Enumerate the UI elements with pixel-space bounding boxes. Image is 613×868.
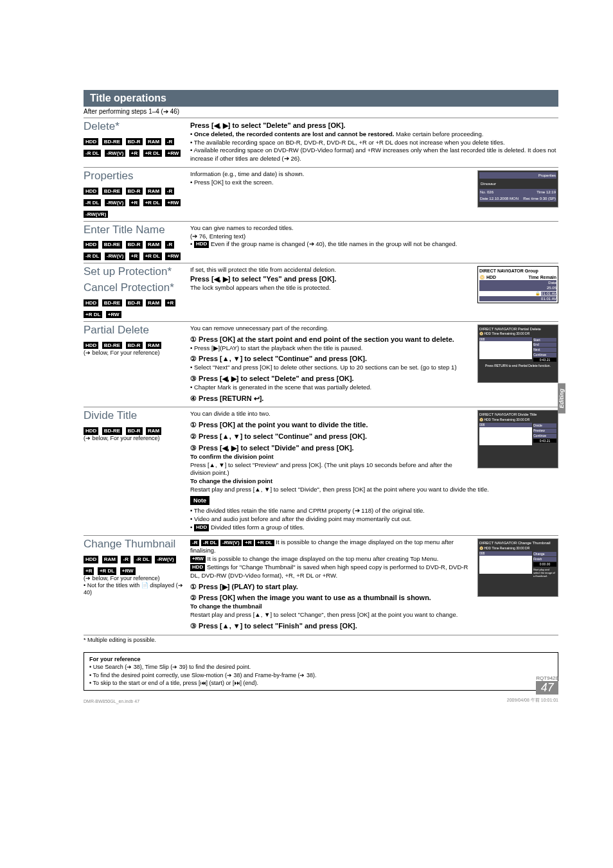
enter-title-line: • HDD Even if the group name is changed … [190,240,558,249]
cancel-protection-title: Cancel Protection* [84,282,185,294]
badge: +R [84,567,94,575]
divide-sub: (➔ below, For your reference) [84,435,185,442]
badge: HDD [84,188,98,195]
badge: BD-RE [102,188,122,195]
badge: BD-RE [102,299,122,307]
properties-badges: HDD BD-RE BD-R RAM -R -R DL -RW(V) +R +R… [84,184,185,218]
divide-change-heading: To change the division point [190,477,558,486]
divide-screenshot: DIRECT NAVIGATOR Divide Title 📀 HDD Time… [477,410,558,468]
enter-title-line: (➔ 76, Entering text) [190,233,558,241]
badge: BD-R [126,188,143,195]
after-steps: After performing steps 1–4 (➔ 46) [84,107,558,118]
badge: -RW(VR) [84,211,108,218]
thumbnail-sub1: (➔ below, For your reference) [84,575,185,582]
badge: -R DL [84,252,101,260]
badge: -RW(V) [105,252,126,260]
badge: -R DL [84,199,101,207]
badge: +R DL [143,150,162,157]
badge: BD-R [126,427,143,435]
delete-bullet: • Available recording space on DVD-RW (D… [190,146,558,163]
badge: BD-R [126,342,143,350]
badge: +R DL [84,311,102,319]
divide-note-3: • HDD Divided titles form a group of tit… [190,524,558,532]
row-protection: Set up Protection* Cancel Protection* HD… [84,263,558,321]
badge: +RW [165,150,181,157]
divide-change-body: Restart play and press [▲, ▼] to select … [190,486,558,494]
enter-title-badges: HDD BD-RE BD-R RAM -R -R DL -RW(V) +R +R… [84,237,185,260]
reference-box: For your reference • Use Search (➔ 38), … [84,652,558,691]
refbox-heading: For your reference [89,655,553,664]
delete-bullet: • Once deleted, the recorded contents ar… [190,130,558,139]
badge: +R [129,150,139,157]
row-enter-title: Enter Title Name HDD BD-RE BD-R RAM -R -… [84,222,558,264]
operations-table: Delete* HDD BD-RE BD-R RAM -R -R DL -RW(… [84,118,558,635]
partial-step-4: ④ Press [RETURN ↩]. [190,394,558,403]
properties-screenshot: Properties Dinosaur No. 026Time 12:19 Da… [477,170,558,208]
badge: BD-R [126,138,143,146]
note-badge: Note [190,496,209,505]
enter-title-line: You can give names to recorded titles. [190,224,558,233]
protection-badges: HDD BD-RE BD-R RAM +R +R DL +RW [84,296,185,319]
badge: RAM [102,556,118,563]
badge: BD-RE [102,241,122,249]
page-code: RQT9428 [536,675,558,681]
badge: BD-RE [102,342,122,350]
partial-delete-title: Partial Delete [84,324,185,337]
divide-note-1: • The divided titles retain the title na… [190,507,558,515]
badge: +R DL [98,567,116,575]
badge: HDD [84,427,98,435]
badge: -R [165,241,174,249]
badge: -R DL [134,556,151,563]
delete-bullet: • The available recording space on BD-R,… [190,139,558,147]
row-divide-title: Divide Title HDD BD-RE BD-R RAM (➔ below… [84,407,558,536]
badge: -RW(V) [105,150,126,157]
badge: HDD [84,556,98,563]
badge: HDD [84,241,98,249]
refbox-line: • To skip to the start or end of a title… [89,679,553,687]
badge: RAM [146,427,161,435]
badge: -R [165,138,174,146]
badge: HDD [84,138,98,146]
badge: HDD [84,342,98,350]
thumbnail-badges: HDD RAM -R -R DL -RW(V) +R +R DL +RW [84,552,185,575]
badge: -RW(V) [105,199,126,207]
badge: RAM [146,241,161,249]
row-delete: Delete* HDD BD-RE BD-R RAM -R -R DL -RW(… [84,118,558,168]
delete-title: Delete* [84,121,185,133]
thumbnail-title: Change Thumbnail [84,538,185,551]
badge: RAM [146,188,161,195]
thumbnail-change-heading: To change the thumbnail [190,603,558,611]
refbox-line: • Use Search (➔ 38), Time Slip (➔ 39) to… [89,663,553,671]
page-number-block: RQT9428 47 [536,675,558,695]
badge: -R [165,188,174,195]
refbox-line: • To find the desired point correctly, u… [89,671,553,680]
badge: BD-RE [102,138,122,146]
divide-badges: HDD BD-RE BD-R RAM [84,423,185,435]
badge: -R [121,556,130,563]
badge: HDD [84,299,98,307]
badge: BD-R [126,299,143,307]
thumbnail-screenshot: DIRECT NAVIGATOR Change Thumbnail 📀 HDD … [477,538,558,597]
badge: +R [165,299,175,307]
row-partial-delete: Partial Delete HDD BD-RE BD-R RAM (➔ bel… [84,322,558,408]
set-protection-title: Set up Protection* [84,266,185,278]
badge: -R DL [84,150,101,157]
badge: BD-RE [102,427,122,435]
badge: +RW [106,311,121,319]
enter-title-title: Enter Title Name [84,224,185,236]
badge: BD-R [126,241,143,249]
badge: +R DL [143,199,162,207]
row-change-thumbnail: Change Thumbnail HDD RAM -R -R DL -RW(V)… [84,536,558,635]
thumbnail-step-3: ③ Press [▲, ▼] to select "Finish" and pr… [190,621,558,631]
partial-badges: HDD BD-RE BD-R RAM [84,338,185,350]
delete-badges: HDD BD-RE BD-R RAM -R -R DL -RW(V) +R +R… [84,134,185,157]
badge: RAM [146,342,161,350]
footnote: * Multiple editing is possible. [84,635,558,644]
badge: +RW [120,567,136,575]
badge: +R DL [143,252,162,260]
badge: +RW [165,252,181,260]
section-title: Title operations [84,90,558,107]
partial-sub: (➔ below, For your reference) [84,350,185,357]
protection-screenshot: DIRECT NAVIGATOR Group 📀 HDDTime Remain … [477,266,558,303]
badge: +R [129,199,139,207]
